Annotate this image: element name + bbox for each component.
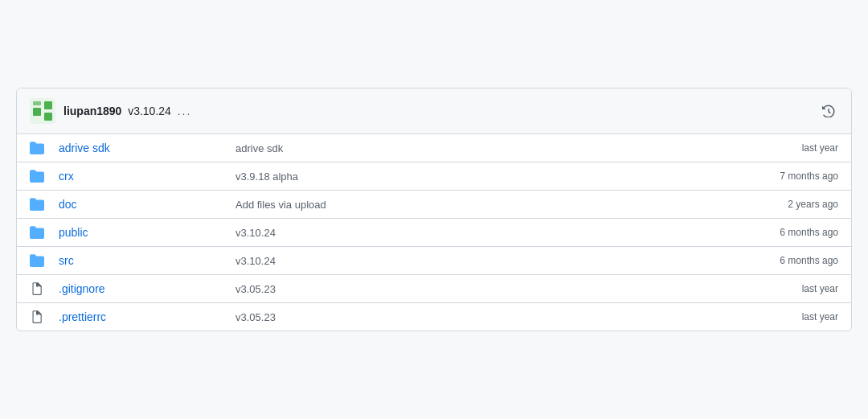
file-icon xyxy=(30,281,43,296)
table-row: public v3.10.24 6 months ago xyxy=(17,219,851,247)
file-time-5: last year xyxy=(734,283,838,294)
folder-icon-cell xyxy=(30,169,59,183)
file-time-0: last year xyxy=(734,142,838,154)
file-time-3: 6 months ago xyxy=(734,227,838,238)
file-icon xyxy=(30,310,43,324)
folder-icon-cell xyxy=(30,141,59,155)
file-time-6: last year xyxy=(734,311,838,322)
file-icon-cell xyxy=(30,281,59,296)
folder-icon xyxy=(30,197,44,212)
header-right xyxy=(816,105,838,117)
folder-icon-cell xyxy=(30,253,59,268)
commit-count[interactable] xyxy=(822,105,838,117)
repository-container: liupan1890 v3.10.24 ... adrive sdk adriv… xyxy=(16,88,852,331)
header-left: liupan1890 v3.10.24 ... xyxy=(30,98,199,124)
file-message-0[interactable]: adrive sdk xyxy=(235,142,734,154)
svg-rect-1 xyxy=(33,108,41,116)
table-row: adrive sdk adrive sdk last year xyxy=(17,134,851,162)
file-list: adrive sdk adrive sdk last year crx v3.9… xyxy=(17,134,851,331)
svg-rect-2 xyxy=(44,101,52,109)
file-name-4[interactable]: src xyxy=(59,254,235,267)
avatar-icon xyxy=(30,98,55,124)
commit-header: liupan1890 v3.10.24 ... xyxy=(17,88,851,134)
file-message-3[interactable]: v3.10.24 xyxy=(235,227,734,239)
table-row: doc Add files via upload 2 years ago xyxy=(17,191,851,219)
header-title: liupan1890 v3.10.24 ... xyxy=(63,105,191,117)
file-icon-cell xyxy=(30,310,59,324)
dots[interactable]: ... xyxy=(178,105,192,117)
folder-icon xyxy=(30,169,44,183)
file-name-6[interactable]: .prettierrc xyxy=(59,310,235,323)
file-name-3[interactable]: public xyxy=(59,226,235,239)
folder-icon xyxy=(30,141,44,155)
folder-icon xyxy=(30,253,44,268)
file-message-6[interactable]: v3.05.23 xyxy=(235,311,734,323)
history-icon xyxy=(822,105,835,117)
file-name-1[interactable]: crx xyxy=(59,170,235,183)
table-row: .prettierrc v3.05.23 last year xyxy=(17,303,851,331)
username[interactable]: liupan1890 xyxy=(63,105,121,117)
file-message-5[interactable]: v3.05.23 xyxy=(235,283,734,295)
file-message-2[interactable]: Add files via upload xyxy=(235,199,734,211)
file-message-1[interactable]: v3.9.18 alpha xyxy=(235,170,734,183)
svg-rect-4 xyxy=(33,101,41,105)
file-time-1: 7 months ago xyxy=(734,170,838,182)
table-row: src v3.10.24 6 months ago xyxy=(17,247,851,275)
file-time-4: 6 months ago xyxy=(734,255,838,266)
file-name-0[interactable]: adrive sdk xyxy=(59,142,235,154)
file-name-5[interactable]: .gitignore xyxy=(59,282,235,295)
file-time-2: 2 years ago xyxy=(734,199,838,210)
table-row: crx v3.9.18 alpha 7 months ago xyxy=(17,162,851,191)
folder-icon-cell xyxy=(30,225,59,240)
folder-icon xyxy=(30,225,44,240)
file-message-4[interactable]: v3.10.24 xyxy=(235,255,734,267)
table-row: .gitignore v3.05.23 last year xyxy=(17,275,851,303)
version-label: v3.10.24 xyxy=(128,105,171,117)
file-name-2[interactable]: doc xyxy=(59,198,235,211)
svg-rect-3 xyxy=(44,113,52,121)
folder-icon-cell xyxy=(30,197,59,212)
